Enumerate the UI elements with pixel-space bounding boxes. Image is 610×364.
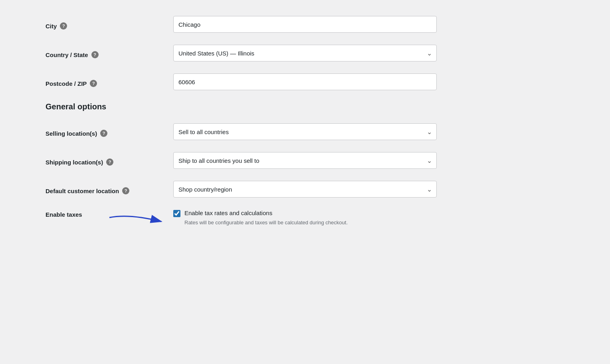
selling-locations-label-col: Selling location(s) ?	[46, 127, 173, 137]
selling-locations-input-col: Sell to all countries Sell to specific c…	[173, 123, 564, 140]
enable-taxes-description: Rates will be configurable and taxes wil…	[184, 220, 564, 226]
enable-taxes-checkbox[interactable]	[173, 210, 180, 217]
selling-locations-label: Selling location(s)	[46, 130, 97, 137]
city-label: City	[46, 23, 57, 30]
default-customer-location-label: Default customer location	[46, 188, 119, 194]
shipping-locations-select[interactable]: Ship to all countries you sell to Ship t…	[173, 152, 437, 169]
shipping-locations-help-icon[interactable]: ?	[106, 158, 113, 166]
shipping-locations-label-col: Shipping location(s) ?	[46, 155, 173, 166]
default-customer-location-label-col: Default customer location ?	[46, 184, 173, 194]
country-state-help-icon[interactable]: ?	[91, 51, 99, 58]
postcode-row: Postcode / ZIP ?	[46, 73, 564, 90]
postcode-label: Postcode / ZIP	[46, 80, 87, 87]
country-state-input-col: United States (US) — Illinois United Sta…	[173, 45, 564, 61]
default-customer-location-input-col: Shop country/region No location by defau…	[173, 181, 564, 198]
selling-locations-select[interactable]: Sell to all countries Sell to specific c…	[173, 123, 437, 140]
city-input-col	[173, 16, 564, 33]
postcode-help-icon[interactable]: ?	[90, 80, 97, 87]
city-row: City ?	[46, 16, 564, 33]
country-state-select[interactable]: United States (US) — Illinois United Sta…	[173, 45, 437, 61]
city-label-col: City ?	[46, 19, 173, 30]
enable-taxes-label: Enable taxes	[46, 211, 82, 218]
shipping-locations-select-wrapper: Ship to all countries you sell to Ship t…	[173, 152, 437, 169]
postcode-input-col	[173, 73, 564, 90]
general-options-section: General options	[46, 102, 564, 111]
arrow-annotation	[105, 212, 169, 231]
enable-taxes-checkbox-row: Enable tax rates and calculations	[173, 210, 564, 217]
enable-taxes-input-col: Enable tax rates and calculations Rates …	[173, 210, 564, 226]
country-state-select-wrapper: United States (US) — Illinois United Sta…	[173, 45, 437, 61]
default-customer-location-select[interactable]: Shop country/region No location by defau…	[173, 181, 437, 198]
selling-locations-select-wrapper: Sell to all countries Sell to specific c…	[173, 123, 437, 140]
default-customer-location-select-wrapper: Shop country/region No location by defau…	[173, 181, 437, 198]
enable-taxes-row: Enable taxes Enable tax rates and calcul…	[46, 210, 564, 226]
city-input[interactable]	[173, 16, 437, 33]
default-customer-location-help-icon[interactable]: ?	[122, 187, 129, 194]
settings-form: City ? Country / State ? United States (…	[46, 16, 564, 237]
shipping-locations-label: Shipping location(s)	[46, 159, 103, 166]
country-state-label-col: Country / State ?	[46, 48, 173, 58]
postcode-input[interactable]	[173, 73, 437, 90]
selling-locations-help-icon[interactable]: ?	[100, 130, 107, 137]
default-customer-location-row: Default customer location ? Shop country…	[46, 181, 564, 198]
enable-taxes-checkbox-label[interactable]: Enable tax rates and calculations	[184, 210, 272, 216]
shipping-locations-row: Shipping location(s) ? Ship to all count…	[46, 152, 564, 169]
selling-locations-row: Selling location(s) ? Sell to all countr…	[46, 123, 564, 140]
shipping-locations-input-col: Ship to all countries you sell to Ship t…	[173, 152, 564, 169]
country-state-row: Country / State ? United States (US) — I…	[46, 45, 564, 61]
general-options-heading: General options	[46, 102, 564, 111]
country-state-label: Country / State	[46, 51, 88, 58]
postcode-label-col: Postcode / ZIP ?	[46, 77, 173, 87]
city-help-icon[interactable]: ?	[60, 22, 67, 30]
